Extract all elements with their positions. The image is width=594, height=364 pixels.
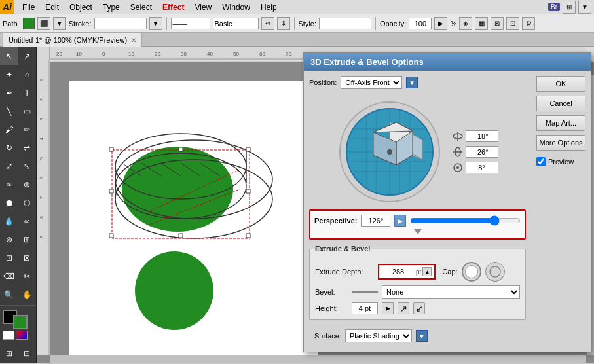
extrude-depth-row: Extrude Depth: pt ▲ Cap: [315,262,520,282]
slice-btn[interactable]: ⊠ [18,249,37,267]
line-tool-btn[interactable]: ╲ [0,102,18,120]
stroke-align-btn[interactable]: ⇔ [261,17,274,30]
tab-close-btn[interactable]: ✕ [131,37,136,44]
stroke-align2-btn[interactable]: ⇕ [277,17,290,30]
position-select[interactable]: Off-Axis Front [341,76,402,89]
scissors-btn[interactable]: ✂ [18,267,37,285]
magic-wand-btn[interactable]: ✦ [0,65,18,84]
paintbrush-btn[interactable]: 🖌 [0,120,18,139]
scale-arrows-2[interactable]: ↙ [413,302,425,314]
stroke-width-input[interactable]: —— [171,18,210,29]
stroke-swatch[interactable] [13,315,28,329]
menu-effect[interactable]: Effect [157,1,189,13]
column-btn[interactable]: ⊞ [18,230,37,249]
align-btn[interactable]: ▦ [475,17,488,30]
perspective-section: Perspective: ▶ [309,209,526,240]
zoom-btn[interactable]: 🔍 [0,285,18,304]
cube-preview-container [337,100,442,204]
pencil-btn[interactable]: ✏ [18,120,37,139]
rect-tool-btn[interactable]: ▭ [18,102,37,120]
cap-on-btn[interactable] [462,262,481,282]
surface-select[interactable]: Plastic Shading [345,329,412,342]
direct-select-btn[interactable]: ↗ [18,47,37,65]
stroke-options-btn[interactable]: ▼ [149,17,162,30]
rot-z-row [453,162,498,173]
menu-window[interactable]: Window [217,1,255,13]
menu-view[interactable]: View [189,1,217,13]
persp-input[interactable] [361,215,390,227]
perspective-btn[interactable]: ⬡ [18,194,37,212]
style-select[interactable] [319,18,371,29]
rotate-btn[interactable]: ↻ [0,139,18,157]
height-stepper[interactable]: ▶ [382,302,394,314]
persp-triangle [314,229,521,234]
persp-increase-btn[interactable]: ▶ [394,215,406,227]
fill-type-btn[interactable]: ⬛ [37,17,50,30]
bevel-select[interactable]: None [382,285,520,299]
preview-row: Preview [536,157,585,166]
style-label: Style: [299,20,317,27]
transform-btn[interactable]: ⊠ [491,17,504,30]
rot-y-input[interactable] [466,146,498,158]
none-fill-btn[interactable] [3,331,14,340]
blend-btn[interactable]: ∞ [18,212,37,230]
surface-row: Surface: Plastic Shading ▼ [309,325,526,346]
rot-z-input[interactable] [466,162,498,173]
expand-btn[interactable]: ▼ [578,1,591,14]
surface-menu-btn[interactable]: ▼ [416,330,428,342]
shape-builder-btn[interactable]: ⬟ [0,194,18,212]
opacity-input[interactable]: 100 [409,18,432,29]
prefs-btn[interactable]: ⚙ [522,17,535,30]
reflect-btn[interactable]: ⇌ [18,139,37,157]
position-menu-btn[interactable]: ▼ [406,77,418,88]
menu-object[interactable]: Object [64,1,98,13]
stroke-style-select[interactable]: Basic [213,18,259,29]
symbol-btn[interactable]: ⊛ [0,230,18,249]
opacity-up-btn[interactable]: ▶ [434,17,447,30]
screen-mode-btn[interactable]: ⊞ [0,344,18,363]
menu-select[interactable]: Select [125,1,157,13]
scale-arrows-1[interactable]: ↗ [398,302,409,314]
hand-btn[interactable]: ✋ [18,285,37,304]
pen-tool-btn[interactable]: ✒ [0,84,18,102]
map-art-button[interactable]: Map Art... [536,115,585,131]
ok-button[interactable]: OK [536,76,585,92]
appearance-btn[interactable]: ◈ [459,17,472,30]
misc-btn[interactable]: ⊡ [506,17,519,30]
cube-drag-handle[interactable] [387,149,392,155]
extrude-stepper-up[interactable]: ▲ [422,267,432,276]
warp-btn[interactable]: ⤡ [18,157,37,175]
gradient-fill-btn[interactable] [16,331,28,340]
extrude-depth-input[interactable] [382,266,415,277]
artboard-btn[interactable]: ⊡ [0,249,18,267]
extrude-bevel-section: Extrude & Bevel Extrude Depth: pt ▲ [309,245,526,320]
preview-checkbox[interactable] [536,157,546,166]
menu-file[interactable]: File [17,1,40,13]
menu-bar: Ai File Edit Object Type Select Effect V… [0,0,594,14]
fill-options-btn[interactable]: ▼ [53,17,66,30]
dialog-buttons: OK Cancel Map Art... More Options Previe… [531,71,591,352]
rot-x-input[interactable] [466,130,498,142]
menu-help[interactable]: Help [255,1,282,13]
eyedropper-btn[interactable]: 💧 [0,212,18,230]
persp-slider[interactable] [410,217,521,225]
cancel-button[interactable]: Cancel [536,96,585,111]
cap-off-btn[interactable] [485,262,505,282]
document-tab[interactable]: Untitled-1* @ 100% (CMYK/Preview) ✕ [3,33,142,47]
select-tool-btn[interactable]: ↖ [0,47,18,65]
more-options-button[interactable]: More Options [536,135,585,151]
menu-edit[interactable]: Edit [40,1,64,13]
free-transform-btn[interactable]: ⊕ [18,175,37,194]
height-input[interactable] [352,302,378,314]
type-tool-btn[interactable]: T [18,84,37,102]
scale-btn[interactable]: ⤢ [0,157,18,175]
stroke-input[interactable] [94,18,147,29]
width-btn[interactable]: ≈ [0,175,18,194]
eraser-btn[interactable]: ⌫ [0,267,18,285]
fullscreen-btn[interactable]: ⊡ [18,344,37,363]
svg-point-73 [490,266,500,277]
menu-type[interactable]: Type [98,1,125,13]
lasso-btn[interactable]: ⌂ [18,65,37,84]
fill-color-swatch[interactable] [23,18,35,29]
arrange-btn[interactable]: ⊞ [563,1,576,14]
